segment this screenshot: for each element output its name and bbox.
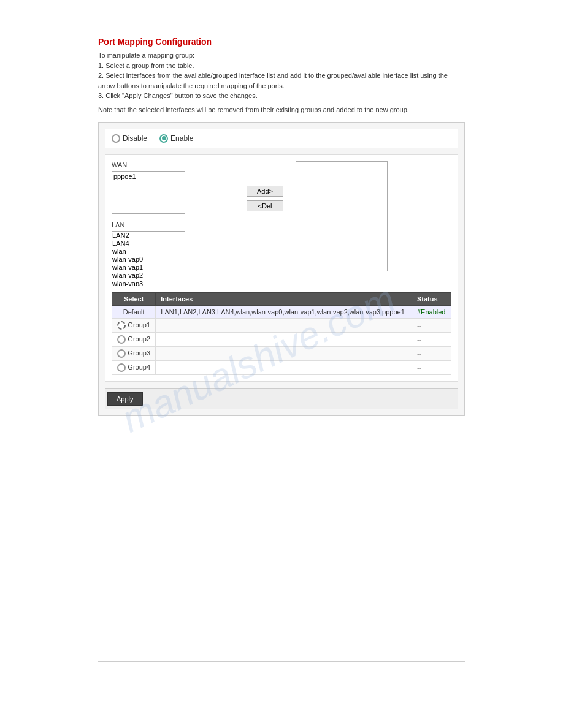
lan-list[interactable]: LAN2 LAN4 wlan wlan-vap0 wlan-vap1 wlan-… [112,231,185,286]
lan-wrapper: LAN2 LAN4 wlan wlan-vap0 wlan-vap1 wlan-… [112,231,185,286]
row-group4-status: -- [412,360,451,374]
col-status: Status [412,292,451,305]
instruction-step1: 1. Select a group from the table. [98,61,465,71]
note-text: Note that the selected interfaces will b… [98,106,465,113]
group2-label: Group2 [128,335,150,343]
table-section: Select Interfaces Status Default LAN1,LA… [112,292,451,375]
table-row: Group2 -- [112,332,451,346]
right-panel [296,161,451,271]
wan-item-0[interactable]: pppoe1 [113,173,183,181]
right-select[interactable] [296,162,387,271]
group1-label: Group1 [128,321,150,328]
group3-status: -- [417,350,421,357]
row-group3-select[interactable]: Group3 [112,346,156,360]
wan-select[interactable]: pppoe1 [113,173,183,212]
enable-option[interactable]: Enable [159,134,193,143]
table-header-row: Select Interfaces Status [112,292,451,305]
enable-label: Enable [170,134,193,143]
page-wrapper: manualshive.com Port Mapping Configurati… [0,0,563,728]
left-panel: WAN pppoe1 LAN LAN2 LAN4 wlan [112,161,234,286]
row-default-status: #Enabled [412,305,451,318]
row-group1-select[interactable]: Group1 [112,318,156,332]
instruction-step3: 3. Click "Apply Changes" button to save … [98,91,465,101]
disable-option[interactable]: Disable [112,134,147,143]
group3-radio[interactable] [117,349,126,358]
config-area: WAN pppoe1 LAN LAN2 LAN4 wlan [105,154,458,382]
col-interfaces: Interfaces [156,292,412,305]
group1-radio[interactable] [117,321,126,330]
row-group2-status: -- [412,332,451,346]
page-title: Port Mapping Configuration [98,37,465,47]
wan-label: WAN [112,161,234,169]
row-group1-interfaces [156,318,412,332]
row-group4-interfaces [156,360,412,374]
col-select: Select [112,292,156,305]
wan-list[interactable]: pppoe1 [112,171,185,214]
add-button[interactable]: Add> [247,186,283,197]
row-group2-interfaces [156,332,412,346]
row-group1-status: -- [412,318,451,332]
lan-select[interactable]: LAN2 LAN4 wlan wlan-vap0 wlan-vap1 wlan-… [112,232,178,286]
instruction-intro: To manipulate a mapping group: [98,50,465,61]
wan-lan-section: WAN pppoe1 LAN LAN2 LAN4 wlan [112,161,451,286]
status-enabled: #Enabled [417,308,446,316]
lan-item-2[interactable]: wlan [112,248,178,256]
group2-radio[interactable] [117,335,126,344]
apply-button[interactable]: Apply [107,392,143,406]
bottom-line [98,661,465,662]
lan-item-6[interactable]: wlan-vap3 [112,280,178,286]
instructions: To manipulate a mapping group: 1. Select… [98,50,465,101]
group3-label: Group3 [128,349,150,357]
right-list[interactable] [296,161,388,271]
row-group4-select[interactable]: Group4 [112,360,156,374]
lan-item-3[interactable]: wlan-vap0 [112,256,178,264]
disable-radio[interactable] [112,134,120,143]
lan-item-0[interactable]: LAN2 [112,232,178,240]
disable-label: Disable [123,134,147,143]
main-box: Disable Enable WAN pppoe1 [98,122,465,416]
del-button[interactable]: <Del [247,200,283,211]
row-group3-interfaces [156,346,412,360]
instruction-step2: 2. Select interfaces from the available/… [98,70,465,91]
group2-status: -- [417,336,421,343]
group4-status: -- [417,364,421,371]
lan-item-4[interactable]: wlan-vap1 [112,264,178,271]
row-group2-select[interactable]: Group2 [112,332,156,346]
radio-row: Disable Enable [105,129,458,148]
table-row: Group3 -- [112,346,451,360]
apply-row: Apply [105,388,458,409]
table-row: Group1 -- [112,318,451,332]
lan-label: LAN [112,221,234,229]
lan-item-1[interactable]: LAN4 [112,240,178,248]
row-default-select: Default [112,305,156,318]
row-group3-status: -- [412,346,451,360]
group4-label: Group4 [128,363,150,371]
table-row: Default LAN1,LAN2,LAN3,LAN4,wlan,wlan-va… [112,305,451,318]
mapping-table: Select Interfaces Status Default LAN1,LA… [112,292,451,375]
center-buttons: Add> <Del [234,161,296,211]
enable-radio[interactable] [159,134,168,143]
lan-item-5[interactable]: wlan-vap2 [112,271,178,279]
default-label: Default [123,308,145,316]
group1-status: -- [417,322,421,329]
row-default-interfaces: LAN1,LAN2,LAN3,LAN4,wlan,wlan-vap0,wlan-… [156,305,412,318]
table-row: Group4 -- [112,360,451,374]
group4-radio[interactable] [117,363,126,372]
